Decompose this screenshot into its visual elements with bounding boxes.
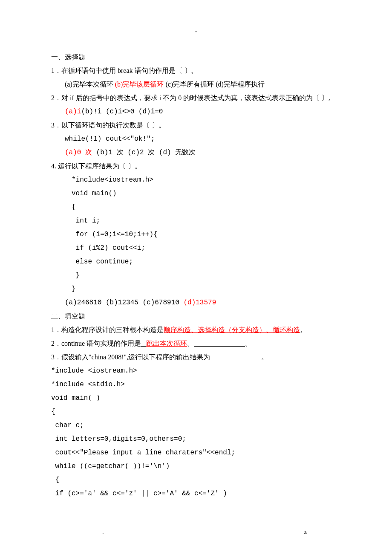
q4-opt-d: (d)13579 (183, 299, 216, 306)
s2-code-6: cout<<"Please input a line charaters"<<e… (51, 446, 341, 460)
q4-code-3: int i; (51, 214, 341, 228)
s2-q3-post: 。 (261, 353, 268, 361)
q4-code-7: } (51, 269, 341, 282)
s2-q2-mid: 。 (187, 340, 194, 347)
s2-q1-post: 。 (300, 326, 307, 333)
q3-code: while(!1) cout<<"ok!"; (51, 132, 341, 146)
s2-q2-post: 。 (245, 340, 252, 347)
s2-code-5: int letters=0,digits=0,others=0; (51, 432, 341, 446)
s2-code-4: char c; (51, 419, 341, 432)
s2-code-1: *include <stdio.h> (51, 378, 341, 391)
q4-options: (a)246810 (b)12345 (c)678910 (d)13579 (51, 296, 341, 309)
q4-stem: 4. 运行以下程序结果为〔 〕。 (51, 159, 341, 173)
document-page: - 一、选择题 1．在循环语句中使用 break 语句的作用是〔 〕。 (a)完… (0, 0, 392, 555)
s2-code-0: *include <iostream.h> (51, 364, 341, 378)
q1-options: (a)完毕本次循环 (b)完毕该层循环 (c)完毕所有循环 (d)完毕程序执行 (51, 78, 341, 91)
q1-stem: 1．在循环语句中使用 break 语句的作用是〔 〕。 (51, 64, 341, 78)
q4-code-1: void main() (51, 187, 341, 200)
q4-code-4: for (i=0;i<=10;i++){ (51, 228, 341, 241)
footer: . z (0, 526, 392, 538)
q3-options: (a)0 次 (b)1 次 (c)2 次 (d) 无数次 (51, 146, 341, 159)
q3-opt-a: (a)0 次 (65, 149, 92, 156)
q4-code-2: { (51, 200, 341, 214)
q4-code-0: *include<iostream.h> (51, 173, 341, 187)
q2-opt-a: (a)i (65, 108, 81, 116)
s2-q1: 1．构造化程序设计的三种根本构造是顺序构造、选择构造（分支构造）、循环构造。 (51, 323, 341, 337)
q1-opt-a: (a)完毕本次循环 (65, 81, 115, 88)
q1-opt-cd: (c)完毕所有循环 (d)完毕程序执行 (164, 81, 264, 88)
s2-q2: 2．continue 语句实现的作用是 跳出本次循环。 。 (51, 337, 341, 350)
s2-q3: 3．假设输入"china 2008!",运行以下程序的输出结果为 。 (51, 350, 341, 364)
header-dash: - (51, 26, 341, 38)
s2-q1-ans: 顺序构造、选择构造（分支构造）、循环构造 (164, 326, 300, 333)
q3-opt-rest: (b)1 次 (c)2 次 (d) 无数次 (92, 149, 196, 156)
s2-code-7: while ((c=getchar( ))!='\n') (51, 460, 341, 473)
footer-right: z (304, 526, 307, 538)
s2-code-9: if (c>='a' && c<='z' || c>='A' && c<='Z'… (51, 487, 341, 500)
s2-q2-blank1 (141, 340, 146, 347)
q2-options: (a)i(b)!i (c)i<>0 (d)i=0 (51, 105, 341, 119)
q1-opt-b: (b)完毕该层循环 (115, 81, 164, 88)
section-2-title: 二、填空题 (51, 309, 341, 323)
footer-left: . (102, 526, 104, 538)
section-1-title: 一、选择题 (51, 50, 341, 64)
s2-q2-ans: 跳出本次循环 (146, 340, 187, 347)
q4-code-5: if (i%2) cout<<i; (51, 241, 341, 255)
q2-opt-rest: (b)!i (c)i<>0 (d)i=0 (81, 108, 163, 116)
q4-opt-abc: (a)246810 (b)12345 (c)678910 (65, 299, 183, 306)
s2-q3-pre: 3．假设输入"china 2008!",运行以下程序的输出结果为 (51, 353, 210, 361)
q2-stem: 2．对 if 后的括号中的表达式，要求 i 不为 0 的时候表达式为真，该表达式… (51, 91, 341, 105)
s2-q2-pre: 2．continue 语句实现的作用是 (51, 340, 141, 347)
s2-code-3: { (51, 405, 341, 419)
q4-code-8: } (51, 282, 341, 296)
s2-q3-blank (210, 353, 261, 361)
q3-stem: 3．以下循环语句的执行次数是〔 〕。 (51, 119, 341, 132)
s2-q2-blank2 (194, 340, 245, 347)
s2-code-2: void main( ) (51, 391, 341, 405)
s2-q1-pre: 1．构造化程序设计的三种根本构造是 (51, 326, 164, 333)
s2-code-8: { (51, 473, 341, 487)
q4-code-6: else continue; (51, 255, 341, 269)
